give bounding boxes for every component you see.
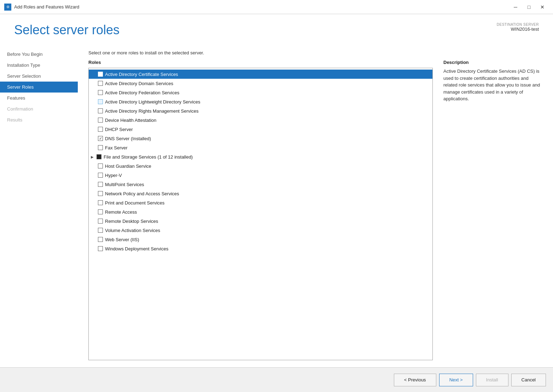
role-label: Remote Access — [105, 209, 137, 215]
checkbox[interactable] — [98, 164, 103, 168]
checkbox[interactable] — [98, 108, 103, 113]
role-label: Active Directory Rights Management Servi… — [105, 108, 198, 114]
role-item[interactable]: Fax Server — [89, 143, 432, 152]
sidebar-item-before-you-begin[interactable]: Before You Begin — [0, 49, 78, 60]
expand-icon[interactable]: ▶ — [90, 155, 94, 159]
checkbox[interactable] — [98, 72, 103, 77]
role-label: Active Directory Lightweight Directory S… — [105, 99, 200, 105]
main-content: Select server roles DESTINATION SERVER W… — [0, 14, 553, 367]
description-label: Description — [443, 60, 542, 65]
role-label: Device Health Attestation — [105, 118, 156, 123]
body-area: Before You BeginInstallation TypeServer … — [0, 43, 553, 367]
description-panel: Description Active Directory Certificate… — [443, 60, 542, 360]
sidebar-item-server-roles[interactable]: Server Roles — [0, 82, 78, 93]
role-label: Volume Activation Services — [105, 228, 160, 233]
role-item[interactable]: Active Directory Lightweight Directory S… — [89, 97, 432, 106]
checkbox[interactable] — [98, 200, 103, 205]
install-button[interactable]: Install — [476, 374, 508, 386]
checkbox[interactable] — [98, 145, 103, 150]
role-item[interactable]: Active Directory Certificate Services — [89, 70, 432, 79]
destination-server: DESTINATION SERVER WIN2016-test — [497, 23, 539, 32]
sidebar-item-installation-type[interactable]: Installation Type — [0, 60, 78, 71]
header-area: Select server roles DESTINATION SERVER W… — [0, 14, 553, 43]
previous-button[interactable]: < Previous — [394, 374, 436, 386]
checkbox[interactable] — [98, 209, 103, 214]
close-button[interactable]: ✕ — [536, 2, 549, 12]
role-label: DHCP Server — [105, 127, 133, 132]
minimize-button[interactable]: ─ — [509, 2, 522, 12]
checkbox[interactable] — [98, 191, 103, 196]
checkbox[interactable] — [98, 219, 103, 224]
role-label: DNS Server (Installed) — [105, 136, 151, 141]
sidebar-item-results: Results — [0, 114, 78, 125]
role-item[interactable]: Hyper-V — [89, 171, 432, 180]
role-item[interactable]: Network Policy and Access Services — [89, 189, 432, 198]
title-bar-left: ⚙ Add Roles and Features Wizard — [4, 4, 79, 11]
title-bar: ⚙ Add Roles and Features Wizard ─ □ ✕ — [0, 0, 553, 14]
checkbox[interactable] — [98, 228, 103, 233]
role-item[interactable]: MultiPoint Services — [89, 180, 432, 189]
app-icon: ⚙ — [4, 4, 11, 11]
checkbox[interactable] — [98, 81, 103, 86]
roles-list-container: Active Directory Certificate ServicesAct… — [88, 68, 433, 360]
footer: < Previous Next > Install Cancel — [0, 367, 553, 392]
page-title: Select server roles — [14, 23, 120, 37]
role-item[interactable]: ▶File and Storage Services (1 of 12 inst… — [89, 152, 432, 161]
role-label: Print and Document Services — [105, 200, 164, 206]
role-label: Host Guardian Service — [105, 164, 151, 169]
role-item[interactable]: DHCP Server — [89, 125, 432, 134]
roles-label: Roles — [88, 60, 433, 65]
checkbox[interactable] — [98, 99, 103, 104]
role-item[interactable]: Remote Desktop Services — [89, 216, 432, 226]
role-item[interactable]: Volume Activation Services — [89, 226, 432, 235]
checkbox[interactable] — [98, 246, 103, 251]
server-name: WIN2016-test — [497, 26, 539, 32]
checkbox[interactable]: ✓ — [98, 136, 103, 141]
window-title: Add Roles and Features Wizard — [14, 4, 79, 10]
content-description: Select one or more roles to install on t… — [88, 50, 542, 55]
sidebar-item-features[interactable]: Features — [0, 93, 78, 103]
roles-panel: Roles Active Directory Certificate Servi… — [88, 60, 433, 360]
role-item[interactable]: Active Directory Domain Services — [89, 79, 432, 88]
role-item[interactable]: ✓DNS Server (Installed) — [89, 134, 432, 143]
checkbox[interactable] — [98, 90, 103, 95]
role-item[interactable]: Windows Deployment Services — [89, 244, 432, 253]
roles-section: Roles Active Directory Certificate Servi… — [88, 60, 542, 360]
role-label: MultiPoint Services — [105, 182, 144, 187]
content-area: Select one or more roles to install on t… — [78, 43, 553, 367]
role-item[interactable]: Remote Access — [89, 207, 432, 216]
checkbox[interactable] — [98, 127, 103, 132]
role-label: Windows Deployment Services — [105, 246, 168, 251]
role-item[interactable]: Device Health Attestation — [89, 115, 432, 125]
title-bar-controls: ─ □ ✕ — [509, 2, 549, 12]
role-label: Active Directory Certificate Services — [105, 72, 178, 77]
role-label: Hyper-V — [105, 173, 122, 178]
role-item[interactable]: Active Directory Federation Services — [89, 88, 432, 97]
checkbox[interactable] — [98, 118, 103, 123]
maximize-button[interactable]: □ — [523, 2, 535, 12]
checkbox[interactable] — [98, 182, 103, 187]
destination-label: DESTINATION SERVER — [497, 23, 539, 26]
checkbox[interactable] — [97, 154, 101, 159]
checkbox[interactable] — [98, 237, 103, 242]
role-label: Web Server (IIS) — [105, 237, 139, 242]
role-item[interactable]: Host Guardian Service — [89, 161, 432, 171]
role-label: Active Directory Domain Services — [105, 81, 173, 86]
description-text: Active Directory Certificate Services (A… — [443, 68, 542, 102]
sidebar-item-confirmation: Confirmation — [0, 103, 78, 114]
role-label: Network Policy and Access Services — [105, 191, 179, 196]
sidebar-item-server-selection[interactable]: Server Selection — [0, 71, 78, 82]
role-label: Remote Desktop Services — [105, 219, 158, 224]
role-label: File and Storage Services (1 of 12 insta… — [104, 154, 193, 160]
role-item[interactable]: Active Directory Rights Management Servi… — [89, 106, 432, 115]
role-item[interactable]: Web Server (IIS) — [89, 235, 432, 244]
next-button[interactable]: Next > — [439, 374, 473, 386]
role-item[interactable]: Print and Document Services — [89, 198, 432, 207]
cancel-button[interactable]: Cancel — [511, 374, 546, 386]
role-label: Fax Server — [105, 145, 128, 150]
checkbox[interactable] — [98, 173, 103, 178]
role-label: Active Directory Federation Services — [105, 90, 179, 95]
sidebar: Before You BeginInstallation TypeServer … — [0, 43, 78, 367]
roles-list[interactable]: Active Directory Certificate ServicesAct… — [89, 68, 432, 360]
